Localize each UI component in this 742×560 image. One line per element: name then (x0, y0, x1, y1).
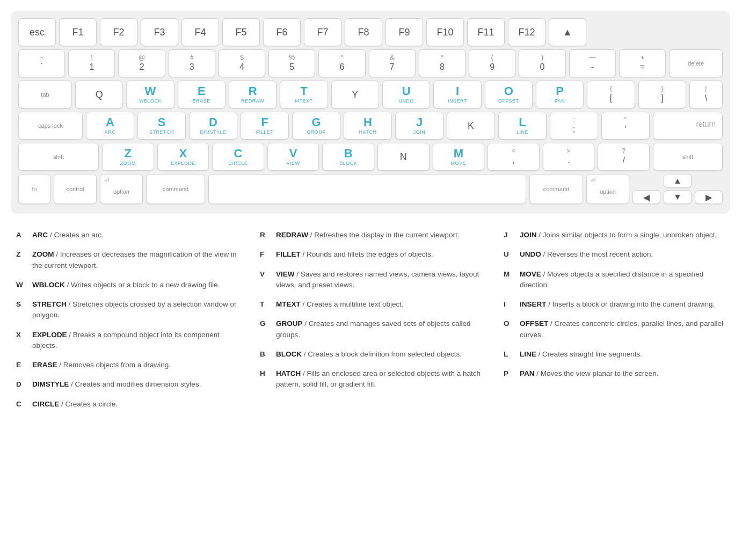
key-t[interactable]: T MTEXT (280, 81, 328, 108)
legend-column-3: J JOIN / Joins similar objects to form a… (504, 230, 726, 418)
key-esc[interactable]: esc (18, 18, 56, 46)
legend-item-p: P PAN / Moves the view planar to the scr… (504, 368, 726, 379)
key-f7[interactable]: F7 (304, 18, 341, 46)
key-1[interactable]: !1 (68, 49, 115, 77)
key-k[interactable]: K (447, 112, 495, 140)
modifier-row: fn control alt option command command al… (18, 174, 723, 204)
key-f6[interactable]: F6 (263, 18, 301, 46)
key-f3[interactable]: F3 (141, 18, 178, 46)
key-f8[interactable]: F8 (345, 18, 382, 46)
key-f[interactable]: F FILLET (241, 112, 289, 140)
key-x[interactable]: X EXPLODE (157, 143, 209, 171)
key-f4[interactable]: F4 (181, 18, 219, 46)
key-h[interactable]: H HATCH (344, 112, 392, 140)
key-3[interactable]: #3 (169, 49, 215, 77)
key-backslash[interactable]: |\ (689, 81, 723, 108)
key-f1[interactable]: F1 (59, 18, 97, 46)
legend-item-s: S STRETCH / Stretches objects crossed by… (16, 299, 238, 321)
key-s[interactable]: S STRETCH (137, 112, 186, 140)
key-f11[interactable]: F11 (467, 18, 505, 46)
key-slash[interactable]: ?/ (598, 143, 650, 171)
key-return[interactable]: return (653, 112, 723, 140)
qwerty-row: tab Q W WBLOCK E ERASE R REDRAW T MTEXT … (18, 81, 723, 108)
key-f9[interactable]: F9 (385, 18, 423, 46)
key-comma[interactable]: <, (488, 143, 540, 171)
key-arrow-left[interactable]: ◀ (632, 190, 660, 204)
legend: A ARC / Creates an arc. Z ZOOM / Increas… (11, 230, 731, 418)
legend-item-x: X EXPLODE / Breaks a compound object int… (16, 330, 238, 352)
legend-item-d: D DIMSTYLE / Creates and modifies dimens… (16, 379, 238, 390)
key-arrow-up[interactable]: ▲ (664, 174, 692, 188)
key-0[interactable]: )0 (519, 49, 565, 77)
legend-column-1: A ARC / Creates an arc. Z ZOOM / Increas… (16, 230, 238, 418)
key-delete[interactable]: delete (669, 49, 723, 77)
key-rbracket[interactable]: }] (638, 81, 686, 108)
legend-item-m: M MOVE / Moves objects a specified dista… (504, 269, 726, 291)
key-alt-right[interactable]: alt option (586, 174, 629, 204)
key-f10[interactable]: F10 (426, 18, 464, 46)
legend-item-w: W WBLOCK / Writes objects or a block to … (16, 280, 238, 290)
key-u[interactable]: U UNDO (382, 81, 430, 108)
key-z[interactable]: Z ZOOM (102, 143, 154, 171)
key-b[interactable]: B BLOCK (322, 143, 374, 171)
key-e[interactable]: E ERASE (178, 81, 225, 108)
key-2[interactable]: @2 (118, 49, 165, 77)
key-c[interactable]: C CIRCLE (212, 143, 264, 171)
key-w[interactable]: W WBLOCK (126, 81, 174, 108)
key-arrow-down[interactable]: ▼ (664, 190, 692, 204)
key-fn[interactable]: fn (18, 174, 50, 204)
key-period[interactable]: >. (543, 143, 595, 171)
key-quote[interactable]: "' (601, 112, 650, 140)
key-l[interactable]: L LINE (498, 112, 547, 140)
fn-row: esc F1 F2 F3 F4 F5 F6 F7 F8 F9 F10 F11 F… (18, 18, 723, 46)
key-lbracket[interactable]: {[ (587, 81, 635, 108)
key-y[interactable]: Y (331, 81, 379, 108)
key-command-right[interactable]: command (529, 174, 583, 204)
key-m[interactable]: M MOVE (433, 143, 485, 171)
key-caps-lock[interactable]: caps lock (18, 112, 83, 140)
key-eject[interactable]: ▲ (549, 18, 586, 46)
key-shift-right[interactable]: shift (653, 143, 723, 171)
legend-item-v: V VIEW / Saves and restores named views,… (260, 269, 482, 291)
key-7[interactable]: &7 (369, 49, 416, 77)
key-arrow-right[interactable]: ▶ (695, 190, 723, 204)
key-equals[interactable]: += (619, 49, 666, 77)
key-n[interactable]: N (377, 143, 430, 171)
key-d[interactable]: D DIMSTYLE (189, 112, 237, 140)
key-control[interactable]: control (54, 174, 97, 204)
key-shift-left[interactable]: shift (18, 143, 99, 171)
key-alt-left[interactable]: alt option (100, 174, 143, 204)
key-5[interactable]: %5 (268, 49, 315, 77)
legend-item-f: F FILLET / Rounds and fillets the edges … (260, 249, 482, 260)
legend-item-t: T MTEXT / Creates a multiline text objec… (260, 299, 482, 310)
number-row: ~` !1 @2 #3 $4 %5 ^6 &7 *8 (9 )0 (18, 49, 723, 77)
legend-item-r: R REDRAW / Refreshes the display in the … (260, 230, 482, 241)
legend-item-o: O OFFSET / Creates concentric circles, p… (504, 318, 726, 340)
zxcv-row: shift Z ZOOM X EXPLODE C CIRCLE V VIEW B… (18, 143, 723, 171)
key-6[interactable]: ^6 (318, 49, 365, 77)
key-command-left[interactable]: command (146, 174, 205, 204)
key-j[interactable]: J JOIN (395, 112, 443, 140)
key-p[interactable]: P PAN (536, 81, 584, 108)
key-4[interactable]: $4 (219, 49, 265, 77)
key-v[interactable]: V VIEW (267, 143, 319, 171)
key-f5[interactable]: F5 (222, 18, 260, 46)
key-space[interactable] (208, 174, 526, 204)
key-a[interactable]: A ARC (86, 112, 134, 140)
legend-item-z: Z ZOOM / Increases or decreases the magn… (16, 249, 238, 271)
key-tab[interactable]: tab (18, 81, 72, 108)
key-minus[interactable]: —- (569, 49, 616, 77)
legend-column-2: R REDRAW / Refreshes the display in the … (260, 230, 482, 418)
key-semicolon[interactable]: :; (550, 112, 598, 140)
key-f2[interactable]: F2 (100, 18, 137, 46)
key-q[interactable]: Q (75, 81, 123, 108)
legend-item-g: G GROUP / Creates and manages saved sets… (260, 318, 482, 340)
key-r[interactable]: R REDRAW (229, 81, 277, 108)
key-tilde[interactable]: ~` (18, 49, 65, 77)
key-g[interactable]: G GROUP (292, 112, 340, 140)
key-8[interactable]: *8 (419, 49, 465, 77)
key-f12[interactable]: F12 (508, 18, 545, 46)
key-o[interactable]: O OFFSET (485, 81, 533, 108)
key-9[interactable]: (9 (469, 49, 515, 77)
key-i[interactable]: I INSERT (433, 81, 481, 108)
